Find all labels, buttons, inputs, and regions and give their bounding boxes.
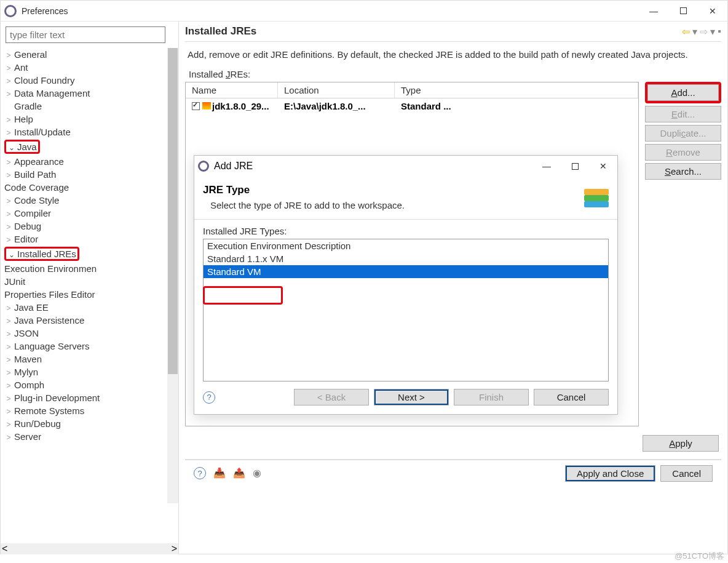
tree-item-data-management[interactable]: >Data Management <box>4 87 178 100</box>
col-location[interactable]: Location <box>278 82 395 98</box>
dialog-title: Add JRE <box>214 161 253 172</box>
col-type[interactable]: Type <box>395 82 638 98</box>
eclipse-icon <box>4 5 17 17</box>
help-icon[interactable]: ? <box>194 467 206 479</box>
window-title: Preferences <box>22 6 68 16</box>
dialog-help-icon[interactable]: ? <box>203 391 215 404</box>
tree-item-debug[interactable]: >Debug <box>4 220 178 233</box>
page-description: Add, remove or edit JRE definitions. By … <box>188 48 719 62</box>
tree-scrollbar-horizontal[interactable]: <> <box>1 543 178 554</box>
tree-item-general[interactable]: >General <box>4 48 178 61</box>
tree-item-json[interactable]: >JSON <box>4 327 178 340</box>
highlight-java: ⌄Java <box>4 140 40 154</box>
table-row[interactable]: jdk1.8.0_29... E:\Java\jdk1.8.0_... Stan… <box>186 98 638 114</box>
bottom-bar: ? 📥 📤 ◉ Apply and Close Cancel <box>185 460 721 487</box>
tree-item-plugin-dev[interactable]: >Plug-in Development <box>4 391 178 404</box>
add-button[interactable]: Add... <box>647 84 719 101</box>
maximize-button[interactable] <box>668 1 698 22</box>
dialog-titlebar[interactable]: Add JRE — ✕ <box>194 156 617 177</box>
tree-item-code-style[interactable]: >Code Style <box>4 194 178 207</box>
scroll-right-icon[interactable]: > <box>172 543 177 554</box>
import-icon[interactable]: 📥 <box>213 467 226 479</box>
tree-item-mylyn[interactable]: >Mylyn <box>4 365 178 378</box>
page-menu-icon[interactable]: ▪ <box>718 26 721 37</box>
cancel-button[interactable]: Cancel <box>660 465 713 482</box>
tree-item-help[interactable]: >Help <box>4 113 178 126</box>
side-buttons: Add... Edit... Duplicate... Remove Searc… <box>645 82 721 426</box>
tree-item-editor[interactable]: >Editor <box>4 233 178 246</box>
close-button[interactable]: ✕ <box>698 1 727 22</box>
apply-and-close-button[interactable]: Apply and Close <box>565 465 655 482</box>
remove-button: Remove <box>645 144 721 161</box>
tree-item-properties-files-editor[interactable]: Properties Files Editor <box>4 288 178 301</box>
tree-item-installed-jres[interactable]: Installed JREs <box>17 249 76 259</box>
tree-item-server[interactable]: >Server <box>4 430 178 443</box>
chevron-down-icon: ⌄ <box>7 250 16 259</box>
table-header: Name Location Type <box>186 82 638 98</box>
list-item[interactable]: Standard 1.1.x VM <box>204 252 608 265</box>
tree-item-java-ee[interactable]: >Java EE <box>4 301 178 314</box>
tree-item-code-coverage[interactable]: Code Coverage <box>4 181 178 194</box>
col-name[interactable]: Name <box>186 82 278 98</box>
oomph-record-icon[interactable]: ◉ <box>253 467 261 479</box>
watermark: @51CTO博客 <box>675 551 724 562</box>
edit-button: Edit... <box>645 106 721 122</box>
tree-item-gradle[interactable]: Gradle <box>4 100 178 113</box>
next-button[interactable]: Next > <box>374 389 449 405</box>
apply-button[interactable]: Apply <box>643 435 719 452</box>
tree-item-run-debug[interactable]: >Run/Debug <box>4 417 178 430</box>
tree-item-build-path[interactable]: >Build Path <box>4 168 178 181</box>
dialog-list-label: Installed JRE Types: <box>203 226 609 236</box>
tree-item-junit[interactable]: JUnit <box>4 275 178 288</box>
titlebar[interactable]: Preferences — ✕ <box>1 1 727 22</box>
square-icon <box>680 7 687 14</box>
tree-item-maven[interactable]: >Maven <box>4 353 178 365</box>
filter-input[interactable] <box>6 26 165 43</box>
dialog-footer: ? < Back Next > Finish Cancel <box>194 383 617 414</box>
square-icon <box>572 163 579 170</box>
tree-item-appearance[interactable]: >Appearance <box>4 155 178 168</box>
finish-button: Finish <box>454 389 529 405</box>
books-icon <box>579 183 609 207</box>
eclipse-icon <box>198 161 209 172</box>
list-item[interactable]: Execution Environment Description <box>204 239 608 252</box>
tree-item-remote-systems[interactable]: >Remote Systems <box>4 404 178 417</box>
tree-item-ant[interactable]: >Ant <box>4 61 178 74</box>
tree-scrollbar-vertical[interactable] <box>167 48 178 503</box>
scroll-thumb[interactable] <box>168 48 178 374</box>
duplicate-button: Duplicate... <box>645 125 721 142</box>
table-label: Installed JREs: <box>189 69 721 79</box>
dialog-subtitle: Select the type of JRE to add to the wor… <box>210 200 579 210</box>
minimize-button[interactable]: — <box>639 1 668 22</box>
dialog-close-button[interactable]: ✕ <box>589 156 617 177</box>
search-button[interactable]: Search... <box>645 163 721 180</box>
back-menu-icon[interactable]: ▾ <box>692 26 697 38</box>
tree-item-compiler[interactable]: >Compiler <box>4 207 178 220</box>
highlight-add: Add... <box>645 82 721 103</box>
tree-item-install-update[interactable]: >Install/Update <box>4 126 178 138</box>
jre-type-list[interactable]: Execution Environment Description Standa… <box>203 239 609 381</box>
pref-tree[interactable]: >General >Ant >Cloud Foundry >Data Manag… <box>1 48 178 443</box>
forward-menu-icon[interactable]: ▾ <box>710 26 715 38</box>
tree-item-java-persistence[interactable]: >Java Persistence <box>4 314 178 327</box>
checkbox-icon[interactable] <box>192 102 200 110</box>
export-icon[interactable]: 📤 <box>233 467 245 479</box>
list-item-selected[interactable]: Standard VM <box>204 265 608 278</box>
chevron-down-icon: ⌄ <box>7 143 16 152</box>
forward-icon[interactable]: ⇨ <box>700 26 708 38</box>
dialog-minimize-button[interactable]: — <box>532 156 561 177</box>
scroll-left-icon[interactable]: < <box>2 543 7 554</box>
highlight-installed-jres: ⌄Installed JREs <box>4 247 79 261</box>
dialog-cancel-button[interactable]: Cancel <box>534 389 609 405</box>
tree-item-execution-environments[interactable]: Execution Environmen <box>4 262 178 275</box>
tree-item-java[interactable]: Java <box>17 142 37 152</box>
nav-tree-pane: >General >Ant >Cloud Foundry >Data Manag… <box>1 22 179 554</box>
tree-item-language-servers[interactable]: >Language Servers <box>4 340 178 353</box>
back-button: < Back <box>294 389 369 405</box>
dialog-maximize-button[interactable] <box>561 156 589 177</box>
tree-item-oomph[interactable]: >Oomph <box>4 378 178 391</box>
tree-item-cloud-foundry[interactable]: >Cloud Foundry <box>4 74 178 87</box>
back-icon[interactable]: ⇦ <box>682 26 690 38</box>
page-title: Installed JREs <box>185 25 256 38</box>
jre-icon <box>202 102 211 110</box>
